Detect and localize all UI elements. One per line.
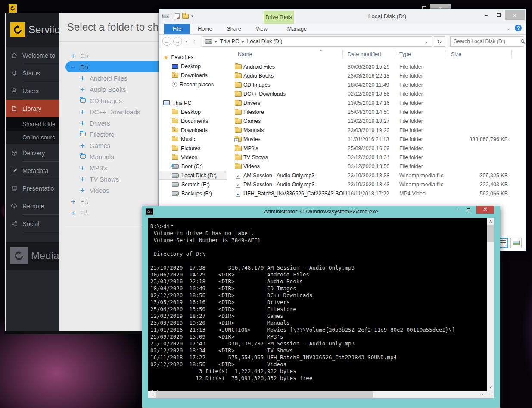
- cmd-titlebar[interactable]: C:\ Administrator: C:\Windows\system32\c…: [142, 206, 500, 218]
- recent-locations-icon[interactable]: ▾: [186, 40, 187, 44]
- nav-item-pictures[interactable]: Pictures: [159, 144, 231, 153]
- table-row[interactable]: TV Shows 02/12/2020 18:34 File folder: [231, 153, 526, 162]
- scroll-right-icon[interactable]: ›: [479, 391, 485, 398]
- tree-expand-icon[interactable]: [71, 63, 80, 71]
- tree-expand-icon[interactable]: [71, 209, 80, 217]
- nav-item-desktop-pc[interactable]: Desktop: [159, 107, 231, 116]
- back-button[interactable]: ←: [162, 37, 171, 46]
- nav-group-favorites[interactable]: ★Favorites: [159, 53, 231, 62]
- tree-expand-icon[interactable]: [80, 74, 90, 82]
- sidebar-item-shared-folders[interactable]: Shared folde: [6, 117, 59, 131]
- search-icon[interactable]: [520, 39, 526, 44]
- column-header-name[interactable]: Name: [238, 51, 252, 57]
- address-dropdown-icon[interactable]: ⌄: [425, 39, 428, 44]
- column-separator[interactable]: [395, 50, 395, 58]
- search-input[interactable]: [451, 38, 520, 44]
- tab-home[interactable]: Home: [191, 24, 219, 34]
- properties-icon[interactable]: [175, 13, 180, 19]
- sidebar-item-presentation[interactable]: Presentatio: [6, 179, 59, 197]
- console[interactable]: D:\>dir Volume in drive D has no label. …: [148, 218, 494, 391]
- table-row[interactable]: Movies 11/01/2016 21:13 File folder 838,…: [231, 135, 526, 144]
- cmd-maximize-button[interactable]: [463, 206, 474, 214]
- tree-expand-icon[interactable]: [80, 141, 90, 150]
- horizontal-scroll-thumb[interactable]: [156, 391, 373, 398]
- table-row[interactable]: UFH_Batch8_INV336526_Cat223843-SOU... 16…: [231, 189, 526, 198]
- search-box[interactable]: [450, 36, 523, 47]
- refresh-button[interactable]: ↻: [434, 36, 445, 47]
- tree-expand-icon[interactable]: [80, 164, 90, 172]
- column-header-date[interactable]: Date modified: [348, 51, 381, 57]
- tree-expand-icon[interactable]: [80, 98, 86, 103]
- scroll-left-icon[interactable]: ‹: [149, 391, 156, 398]
- table-row[interactable]: Drivers 13/05/2019 17:16 File folder: [231, 98, 526, 107]
- nav-item-backups-f[interactable]: Backups (F:): [159, 189, 231, 198]
- nav-item-desktop[interactable]: Desktop: [159, 62, 231, 71]
- table-row[interactable]: AM Session - Audio Only.mp3 23/10/2020 1…: [231, 171, 526, 180]
- table-row[interactable]: Videos 02/12/2020 18:56 File folder: [231, 162, 526, 171]
- explorer-titlebar[interactable]: ▾ Drive Tools Local Disk (D:) – ×: [159, 9, 526, 24]
- table-row[interactable]: DC++ Downloads 02/12/2020 18:56 File fol…: [231, 89, 526, 98]
- sidebar-item-users[interactable]: Users: [6, 82, 59, 100]
- nav-item-documents[interactable]: Documents: [159, 116, 231, 126]
- tree-expand-icon[interactable]: [80, 154, 86, 159]
- tree-expand-icon[interactable]: [80, 186, 90, 195]
- tree-expand-icon[interactable]: [80, 85, 90, 94]
- sidebar-item-online-sources[interactable]: Online sourc: [6, 131, 59, 144]
- tab-manage[interactable]: Manage: [280, 24, 314, 34]
- thumbnails-view-button[interactable]: [510, 238, 522, 248]
- table-row[interactable]: MP3's 25/09/2020 16:09 File folder: [231, 144, 526, 153]
- nav-item-recent-places[interactable]: Recent places: [159, 80, 231, 89]
- vertical-scroll-thumb[interactable]: [487, 225, 494, 242]
- tab-share[interactable]: Share: [220, 24, 248, 34]
- drive-icon[interactable]: [162, 14, 169, 18]
- nav-item-local-disk-d[interactable]: Local Disk (D:): [159, 171, 227, 180]
- breadcrumb[interactable]: ▸ This PC ▸ Local Disk (D:) ⌄: [202, 36, 432, 47]
- new-folder-icon[interactable]: [182, 14, 189, 19]
- help-icon[interactable]: ?: [515, 25, 522, 31]
- sidebar-item-welcome[interactable]: Welcome to: [6, 47, 59, 64]
- tree-expand-icon[interactable]: [80, 108, 90, 116]
- table-row[interactable]: Manuals 23/03/2019 19:20 File folder: [231, 126, 526, 135]
- table-row[interactable]: Games 12/02/2019 18:27 File folder: [231, 116, 526, 126]
- forward-button[interactable]: →: [173, 37, 182, 46]
- nav-item-music[interactable]: Music: [159, 135, 231, 144]
- horizontal-scrollbar[interactable]: ‹ › ⠿: [148, 391, 494, 398]
- expand-ribbon-icon[interactable]: ⌄: [507, 26, 510, 31]
- sidebar-item-remote[interactable]: Remote: [6, 197, 59, 215]
- drive-tools-contextual-tab[interactable]: Drive Tools: [264, 11, 294, 24]
- nav-item-downloads[interactable]: Downloads: [159, 71, 231, 80]
- breadcrumb-this-pc[interactable]: This PC: [220, 38, 239, 44]
- tree-expand-icon[interactable]: [71, 52, 80, 60]
- tab-file[interactable]: File: [164, 24, 190, 34]
- cmd-close-button[interactable]: ✕: [476, 206, 494, 214]
- column-separator[interactable]: [447, 50, 447, 58]
- resize-grip[interactable]: ⠿: [487, 391, 494, 398]
- sidebar-item-social[interactable]: Social: [6, 215, 59, 232]
- close-button[interactable]: ×: [505, 10, 525, 20]
- tree-expand-icon[interactable]: [71, 198, 80, 206]
- column-separator[interactable]: [342, 50, 343, 58]
- table-row[interactable]: Audio Books 23/03/2016 22:18 File folder: [231, 71, 526, 80]
- nav-group-this-pc[interactable]: This PC: [159, 98, 231, 107]
- table-row[interactable]: Filestore 25/04/2020 14:50 File folder: [231, 107, 526, 116]
- column-header-size[interactable]: Size: [451, 51, 461, 57]
- scroll-up-icon[interactable]: ∧: [487, 218, 494, 225]
- table-row[interactable]: PM Session - Audio Only.mp3 23/10/2020 1…: [231, 180, 526, 189]
- column-separator[interactable]: [511, 50, 512, 58]
- tree-expand-icon[interactable]: [80, 119, 90, 127]
- tree-expand-icon[interactable]: [80, 175, 90, 183]
- nav-item-downloads-pc[interactable]: Downloads: [159, 126, 231, 135]
- breadcrumb-current[interactable]: Local Disk (D:): [247, 38, 283, 44]
- column-header-type[interactable]: Type: [399, 51, 411, 57]
- nav-item-videos[interactable]: Videos: [159, 153, 231, 162]
- table-row[interactable]: Android Files 30/06/2020 15:29 File fold…: [231, 62, 526, 71]
- vertical-scrollbar[interactable]: ∧ ∨: [487, 218, 494, 391]
- tab-view[interactable]: View: [249, 24, 274, 34]
- tree-expand-icon[interactable]: [80, 132, 86, 136]
- table-row[interactable]: CD Images 18/04/2020 11:49 File folder: [231, 80, 526, 89]
- up-button[interactable]: ↑: [193, 38, 196, 44]
- customize-toolbar-icon[interactable]: ▾: [191, 14, 193, 18]
- maximize-button[interactable]: [492, 10, 505, 20]
- sidebar-item-metadata[interactable]: Metadata: [6, 162, 59, 179]
- sidebar-item-library[interactable]: Library: [6, 100, 59, 117]
